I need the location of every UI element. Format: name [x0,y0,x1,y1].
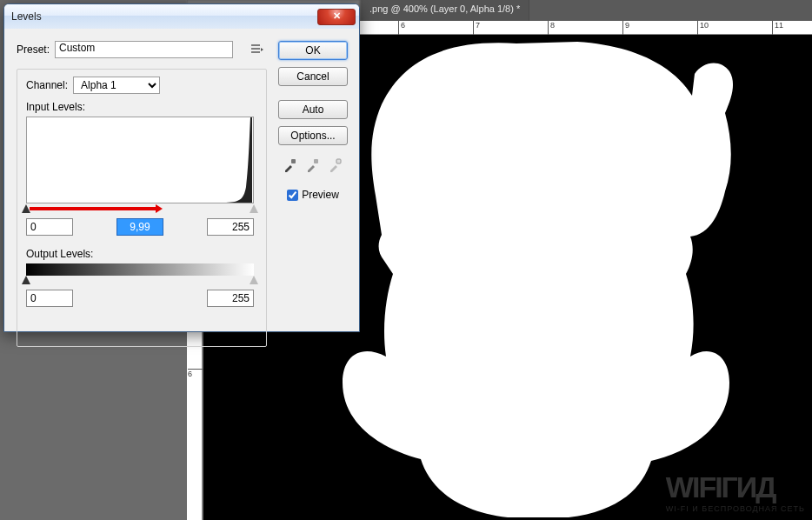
eyedropper-black-icon[interactable] [283,157,298,173]
output-black-field[interactable] [26,290,73,307]
channel-group: Channel: Alpha 1 Input Levels: [17,69,267,347]
input-slider[interactable] [26,204,254,215]
output-white-handle[interactable] [250,276,258,284]
channel-select[interactable]: Alpha 1 [73,77,160,94]
output-black-handle[interactable] [22,276,30,284]
preset-label: Preset: [17,43,50,56]
preset-menu-icon[interactable] [250,43,264,57]
options-button[interactable]: Options... [278,126,348,145]
preview-checkbox[interactable] [287,190,298,201]
white-point-handle[interactable] [250,204,258,213]
ruler-tick: 9 [622,21,629,35]
ruler-tick: 10 [697,21,709,35]
input-black-field[interactable] [26,218,73,236]
svg-rect-2 [314,159,318,163]
tab-active[interactable]: .png @ 400% (Layer 0, Alpha 1/8) * [361,0,529,21]
svg-rect-1 [291,159,296,163]
svg-rect-3 [336,159,341,163]
input-white-field[interactable] [207,218,254,236]
ruler-tick: 11 [772,21,783,35]
input-levels-label: Input Levels: [26,101,257,113]
ok-button[interactable]: OK [278,41,348,60]
preset-select[interactable]: Custom [55,41,233,58]
ruler-tick: 7 [473,21,480,35]
close-button[interactable]: ✕ [317,9,356,25]
output-slider[interactable] [26,276,254,286]
eyedropper-white-icon[interactable] [328,157,343,173]
levels-dialog: Levels ✕ Preset: Custom Channel: Alpha 1… [3,3,360,332]
auto-button[interactable]: Auto [278,100,348,119]
output-levels-label: Output Levels: [26,248,257,260]
black-point-handle[interactable] [22,204,30,213]
dialog-title: Levels [11,10,317,23]
cancel-button[interactable]: Cancel [278,67,348,86]
input-gamma-field[interactable] [116,218,163,236]
title-bar[interactable]: Levels ✕ [4,4,359,29]
eyedropper-gray-icon[interactable] [305,157,321,173]
ruler-tick: 8 [548,21,555,35]
output-gradient [26,263,254,276]
ruler-tick: 6 [398,21,405,35]
output-white-field[interactable] [207,290,254,307]
channel-label: Channel: [26,79,68,91]
ruler-tick: 6 [188,369,203,378]
annotation-arrow [30,207,156,210]
histogram [26,117,254,203]
preview-label: Preview [302,189,339,201]
